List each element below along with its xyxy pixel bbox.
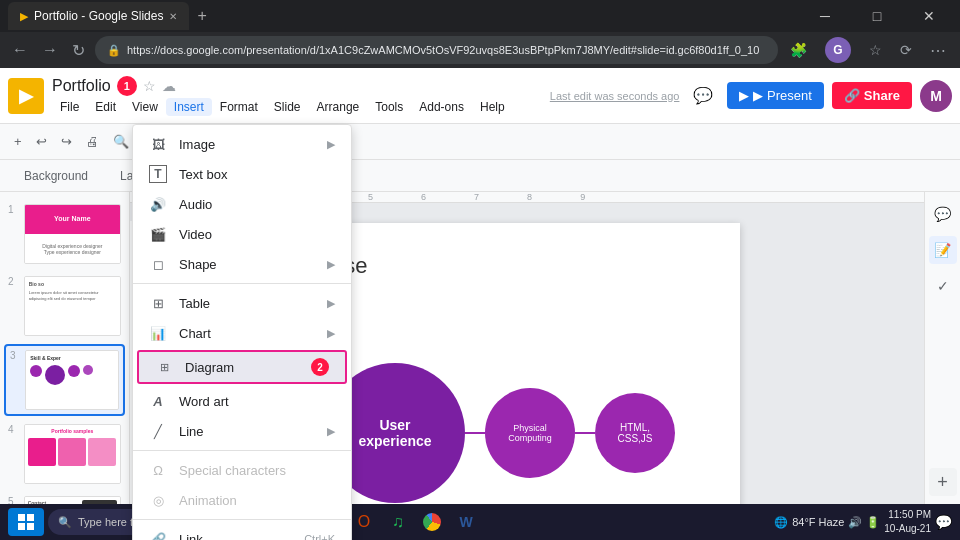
taskbar-office[interactable]: O <box>348 506 380 538</box>
table-arrow: ▶ <box>327 297 335 310</box>
address-bar: ← → ↻ 🔒 https://docs.google.com/presenta… <box>0 32 960 68</box>
video-icon: 🎬 <box>149 225 167 243</box>
textbox-icon: T <box>149 165 167 183</box>
refresh-button[interactable]: ↻ <box>68 37 89 64</box>
right-panel-btn-1[interactable]: 💬 <box>929 200 957 228</box>
special-chars-label: Special characters <box>179 463 335 478</box>
slides-title-area: Portfolio 1 ☆ ☁ File Edit View Insert Fo… <box>52 76 513 116</box>
tab-area: ▶ Portfolio - Google Slides ✕ + <box>8 2 211 30</box>
slide-number-2: 2 <box>8 276 20 287</box>
clock-time: 11:50 PM <box>884 508 931 522</box>
tab-close-button[interactable]: ✕ <box>169 11 177 22</box>
browser-menu-button[interactable]: ⋯ <box>924 37 952 64</box>
right-panel: 💬 📝 ✓ + › <box>924 192 960 540</box>
start-button[interactable] <box>8 508 44 536</box>
menu-item-wordart[interactable]: A Word art <box>133 386 351 416</box>
favorites-button[interactable]: ☆ <box>863 38 888 62</box>
forward-button[interactable]: → <box>38 37 62 63</box>
minimize-button[interactable]: ─ <box>802 0 848 32</box>
slide-preview-3: Skill & Exper <box>25 350 119 410</box>
slide-preview-2: Bio so Lorem ipsum dolor sit amet consec… <box>24 276 121 336</box>
svg-rect-0 <box>18 514 25 521</box>
taskbar-chrome[interactable] <box>416 506 448 538</box>
lock-icon: 🔒 <box>107 44 121 57</box>
right-panel-add-btn[interactable]: + <box>929 468 957 496</box>
badge-2: 2 <box>311 358 329 376</box>
new-tab-button[interactable]: + <box>193 7 210 25</box>
zoom-button[interactable]: 🔍 <box>107 128 135 156</box>
present-label: ▶ Present <box>753 88 811 103</box>
right-panel-btn-3[interactable]: ✓ <box>929 272 957 300</box>
menu-item-video[interactable]: 🎬 Video <box>133 219 351 249</box>
present-button[interactable]: ▶ ▶ Present <box>727 82 823 109</box>
slide-number-4: 4 <box>8 424 20 435</box>
maximize-button[interactable]: □ <box>854 0 900 32</box>
menu-item-image[interactable]: 🖼 Image ▶ <box>133 129 351 159</box>
menu-item-table[interactable]: ⊞ Table ▶ <box>133 288 351 318</box>
tab-background[interactable]: Background <box>16 165 96 187</box>
menu-help[interactable]: Help <box>472 98 513 116</box>
slides-header: ▶ Portfolio 1 ☆ ☁ File Edit View Insert … <box>0 68 960 124</box>
sys-tray: 🌐 84°F Haze 🔊 🔋 11:50 PM 10-Aug-21 💬 <box>774 508 952 536</box>
menu-arrange[interactable]: Arrange <box>309 98 368 116</box>
redo-button[interactable]: ↪ <box>55 128 78 156</box>
header-right: Last edit was seconds ago 💬 ▶ ▶ Present … <box>550 80 952 112</box>
menu-view[interactable]: View <box>124 98 166 116</box>
menu-tools[interactable]: Tools <box>367 98 411 116</box>
slide-thumb-2[interactable]: 2 Bio so Lorem ipsum dolor sit amet cons… <box>4 272 125 340</box>
menu-item-link[interactable]: 🔗 Link Ctrl+K <box>133 524 351 540</box>
connector-3 <box>575 432 595 434</box>
close-button[interactable]: ✕ <box>906 0 952 32</box>
slide-thumb-1[interactable]: 1 Your Name Digital experience designerT… <box>4 200 125 268</box>
menu-item-audio[interactable]: 🔊 Audio <box>133 189 351 219</box>
menu-item-diagram[interactable]: ⊞ Diagram 2 <box>137 350 347 384</box>
menu-format[interactable]: Format <box>212 98 266 116</box>
menu-slide[interactable]: Slide <box>266 98 309 116</box>
menu-edit[interactable]: Edit <box>87 98 124 116</box>
slide-preview-4: Portfolio samples <box>24 424 121 484</box>
back-button[interactable]: ← <box>8 37 32 63</box>
extensions-button[interactable]: 🧩 <box>784 38 813 62</box>
menu-item-textbox[interactable]: T Text box <box>133 159 351 189</box>
clock: 11:50 PM 10-Aug-21 <box>884 508 931 536</box>
window-controls: ─ □ ✕ <box>802 0 952 32</box>
share-button[interactable]: 🔗 Share <box>832 82 912 109</box>
menu-divider-1 <box>133 283 351 284</box>
menu-addons[interactable]: Add-ons <box>411 98 472 116</box>
menu-file[interactable]: File <box>52 98 87 116</box>
slide-thumb-4[interactable]: 4 Portfolio samples <box>4 420 125 488</box>
comments-icon[interactable]: 💬 <box>687 80 719 112</box>
profile-button[interactable]: G <box>819 33 857 67</box>
slide-thumb-3[interactable]: 3 Skill & Exper <box>4 344 125 416</box>
undo-button[interactable]: ↩ <box>30 128 53 156</box>
image-arrow: ▶ <box>327 138 335 151</box>
refresh2-button[interactable]: ⟳ <box>894 38 918 62</box>
battery-icon: 🔋 <box>866 516 880 529</box>
taskbar-spotify[interactable]: ♫ <box>382 506 414 538</box>
diagram-circle-physical: PhysicalComputing <box>485 388 575 478</box>
menu-item-line[interactable]: ╱ Line ▶ <box>133 416 351 446</box>
slides-logo: ▶ <box>8 78 44 114</box>
badge-1: 1 <box>117 76 137 96</box>
print-button[interactable]: 🖨 <box>80 128 105 156</box>
menu-insert[interactable]: Insert <box>166 98 212 116</box>
menu-item-chart[interactable]: 📊 Chart ▶ <box>133 318 351 348</box>
menu-item-shape[interactable]: ◻ Shape ▶ <box>133 249 351 279</box>
star-icon[interactable]: ☆ <box>143 78 156 94</box>
menu-divider-3 <box>133 519 351 520</box>
add-button[interactable]: + <box>8 128 28 156</box>
line-label: Line <box>179 424 315 439</box>
right-panel-btn-2[interactable]: 📝 <box>929 236 957 264</box>
browser-tab-active[interactable]: ▶ Portfolio - Google Slides ✕ <box>8 2 189 30</box>
wordart-icon: A <box>149 392 167 410</box>
diagram-circle-html: HTML,CSS,JS <box>595 393 675 473</box>
url-input[interactable]: 🔒 https://docs.google.com/presentation/d… <box>95 36 778 64</box>
slide-number-3: 3 <box>10 350 21 361</box>
title-bar: ▶ Portfolio - Google Slides ✕ + ─ □ ✕ <box>0 0 960 32</box>
image-label: Image <box>179 137 315 152</box>
user-avatar[interactable]: M <box>920 80 952 112</box>
last-edit-label: Last edit was seconds ago <box>550 90 680 102</box>
taskbar-word[interactable]: W <box>450 506 482 538</box>
notification-icon[interactable]: 💬 <box>935 514 952 530</box>
slides-title-row: Portfolio 1 ☆ ☁ <box>52 76 513 96</box>
